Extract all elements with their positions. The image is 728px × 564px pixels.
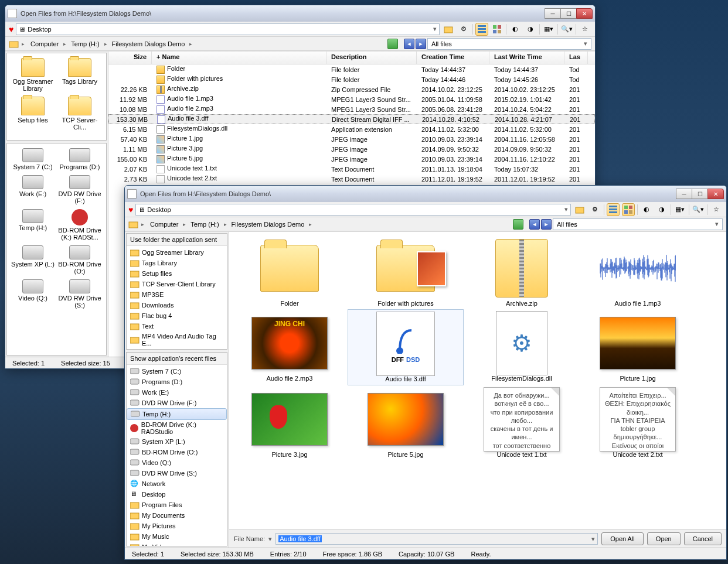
view-thumbs-icon[interactable] xyxy=(491,23,504,36)
chevron-right-icon[interactable]: ▸ xyxy=(182,221,187,227)
chevron-right-icon[interactable]: ▸ xyxy=(62,41,67,47)
view-thumbs-icon[interactable] xyxy=(622,203,635,216)
dropdown-icon[interactable]: ▾ xyxy=(564,206,568,213)
column-header[interactable]: Creation Time xyxy=(417,52,489,64)
column-header[interactable]: Description xyxy=(326,52,417,64)
tree-drive-item[interactable]: Work (E:) xyxy=(127,387,227,398)
thumbnail-item[interactable]: Απαίτείται Επιχειρ...ΘΕΣΗ: Επιχειρησιακό… xyxy=(580,385,696,460)
tree-drive-item[interactable]: DVD RW Drive (F:) xyxy=(127,398,227,408)
toggle-1-icon[interactable]: ◐ xyxy=(640,203,653,216)
sidebar-drive-item[interactable]: System XP (L:) xyxy=(9,243,56,277)
titlebar-1[interactable]: Open Files from H:\Filesystem Dialogs De… xyxy=(5,5,595,22)
close-button[interactable]: ✕ xyxy=(707,189,724,199)
thumbnail-item[interactable]: DFFDSDAudio file 3.dff xyxy=(348,309,464,385)
close-button[interactable]: ✕ xyxy=(576,8,593,19)
forward-icon[interactable]: ► xyxy=(541,219,552,230)
search-icon[interactable]: 🔍▾ xyxy=(560,23,573,36)
refresh-icon[interactable] xyxy=(387,39,398,49)
cancel-button[interactable]: Cancel xyxy=(684,532,722,545)
table-row[interactable]: 2.73 KBUnicode text 2.txtText Document20… xyxy=(108,174,595,184)
tree-folder-item[interactable]: TCP Server-Client Library xyxy=(127,279,227,289)
tree-folder-item[interactable]: Setup files xyxy=(127,268,227,279)
column-header[interactable]: + Name xyxy=(152,52,326,64)
tree-folder-item[interactable]: Downloads xyxy=(127,300,227,310)
refresh-icon[interactable] xyxy=(513,219,523,230)
tree-drive-item[interactable]: System XP (L:) xyxy=(127,436,227,447)
column-header[interactable]: Las xyxy=(564,52,588,64)
folder-icon[interactable] xyxy=(128,220,139,229)
thumbnail-item[interactable]: Picture 3.jpg xyxy=(232,385,348,460)
thumbnail-grid[interactable]: FolderFolder with picturesArchive.zipAud… xyxy=(229,232,726,529)
palette-icon[interactable]: ▦▾ xyxy=(542,23,555,36)
tree-folder-item[interactable]: Tags Library xyxy=(127,258,227,268)
tree-folder-item[interactable]: Ogg Streamer Library xyxy=(127,247,227,258)
favorites-icon[interactable]: ♥ xyxy=(128,205,133,214)
thumbnail-item[interactable]: Archive.zip xyxy=(464,234,580,309)
tree-drive-item[interactable]: Programs (D:) xyxy=(127,377,227,387)
open-button[interactable]: Open xyxy=(647,532,681,545)
thumbnail-item[interactable]: ⚙FilesystemDialogs.dll xyxy=(464,309,580,385)
tree-drive-item[interactable]: 🌐Network xyxy=(127,478,227,489)
column-header[interactable]: Last Write Time xyxy=(489,52,564,64)
chevron-right-icon[interactable]: ▸ xyxy=(223,221,228,227)
sidebar-folder-item[interactable]: Setup files xyxy=(9,94,56,133)
thumbnail-item[interactable]: Picture 1.jpg xyxy=(580,309,696,385)
tree-drive-item[interactable]: 🖥Desktop xyxy=(127,489,227,500)
thumbnail-item[interactable]: Audio file 1.mp3 xyxy=(580,234,696,309)
table-row[interactable]: 57.40 KBPicture 1.jpgJPEG image2010.09.0… xyxy=(108,134,595,144)
sidebar-drive-item[interactable]: BD-ROM Drive (K:) RADSt... xyxy=(56,207,103,243)
dropdown-icon[interactable]: ▾ xyxy=(268,535,272,543)
chevron-right-icon[interactable]: ▸ xyxy=(308,221,313,227)
dropdown-icon[interactable]: ▾ xyxy=(433,25,437,33)
tree-drive-item[interactable]: My Videos xyxy=(127,542,227,546)
tree-drive-item[interactable]: My Pictures xyxy=(127,521,227,531)
table-row[interactable]: 2.07 KBUnicode text 1.txtText Document20… xyxy=(108,164,595,174)
sidebar-drive-item[interactable]: DVD RW Drive (S:) xyxy=(56,277,103,311)
sidebar-drive-item[interactable]: DVD RW Drive (F:) xyxy=(56,173,103,207)
breadcrumb-item[interactable]: Temp (H:) xyxy=(67,39,103,49)
tree-drive-item[interactable]: Program Files xyxy=(127,500,227,510)
folder-icon[interactable] xyxy=(9,39,19,49)
table-row[interactable]: FolderFile folderToday 14:44:37Today 14:… xyxy=(108,64,595,74)
filter-combo[interactable]: All files ▾ xyxy=(553,218,723,230)
thumbnail-item[interactable]: Да вот обнаружи...воткнул её в сво...что… xyxy=(464,385,580,460)
table-row[interactable]: 1.11 MBPicture 3.jpgJPEG image2014.09.09… xyxy=(108,144,595,154)
table-row[interactable]: 11.92 MBAudio file 1.mp3MPEG1 Layer3 Sou… xyxy=(108,94,595,104)
tree-drive-item[interactable]: DVD RW Drive (S:) xyxy=(127,468,227,478)
table-row[interactable]: Folder with picturesFile folderToday 14:… xyxy=(108,74,595,84)
column-header[interactable]: Size xyxy=(108,52,152,64)
chevron-down-icon[interactable]: ▾ xyxy=(591,535,595,543)
titlebar-2[interactable]: Open Files from H:\Filesystem Dialogs De… xyxy=(125,186,726,202)
sidebar-drive-item[interactable]: System 7 (C:) xyxy=(9,146,56,173)
folder-open-icon[interactable] xyxy=(442,23,455,36)
sidebar-drive-item[interactable]: Programs (D:) xyxy=(56,146,103,173)
view-details-icon[interactable] xyxy=(607,203,620,216)
breadcrumb-item[interactable]: Computer xyxy=(147,220,182,229)
star-icon[interactable]: ☆ xyxy=(579,23,591,36)
search-icon[interactable]: 🔍▾ xyxy=(692,203,705,216)
open-all-button[interactable]: Open All xyxy=(601,532,644,545)
filename-input[interactable]: Audio file 3.dff ▾ xyxy=(275,533,598,545)
chevron-right-icon[interactable]: ▸ xyxy=(188,41,193,47)
sidebar-drive-item[interactable]: Work (E:) xyxy=(9,173,56,207)
table-row[interactable]: 155.00 KBPicture 5.jpgJPEG image2010.09.… xyxy=(108,154,595,164)
chevron-down-icon[interactable]: ▾ xyxy=(584,40,587,47)
gears-icon[interactable]: ⚙ xyxy=(457,23,470,36)
sidebar-drive-item[interactable]: Temp (H:) xyxy=(9,207,56,243)
tree-folder-item[interactable]: MP4 Video And Audio Tag E... xyxy=(127,331,227,348)
toggle-2-icon[interactable]: ◑ xyxy=(655,203,668,216)
star-icon[interactable]: ☆ xyxy=(710,203,723,216)
minimize-button[interactable]: ─ xyxy=(545,8,561,19)
table-row[interactable]: 153.30 MBAudio file 3.dffDirect Stream D… xyxy=(108,114,595,124)
table-row[interactable]: 6.15 MBFilesystemDialogs.dllApplication … xyxy=(108,124,595,134)
toggle-1-icon[interactable]: ◐ xyxy=(509,23,522,36)
forward-icon[interactable]: ► xyxy=(416,39,426,49)
thumbnail-item[interactable]: JING CHIAudio file 2.mp3 xyxy=(232,309,348,385)
toggle-2-icon[interactable]: ◑ xyxy=(524,23,537,36)
tree-drive-item[interactable]: My Documents xyxy=(127,510,227,521)
sidebar-folder-item[interactable]: TCP Server-Cli... xyxy=(56,94,103,133)
tree-drive-item[interactable]: System 7 (C:) xyxy=(127,366,227,377)
breadcrumb-item[interactable]: Temp (H:) xyxy=(187,220,222,229)
maximize-button[interactable]: ☐ xyxy=(560,8,577,19)
back-icon[interactable]: ◄ xyxy=(529,219,540,230)
